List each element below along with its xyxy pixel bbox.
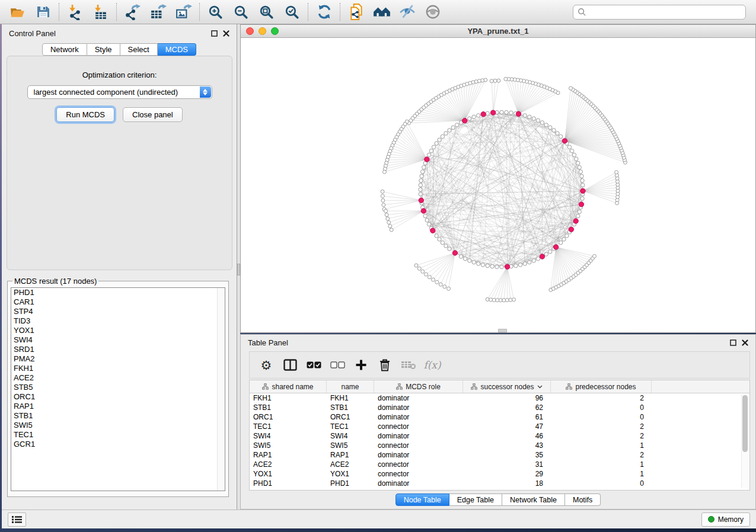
close-panel-icon[interactable] — [223, 30, 229, 37]
zoom-fit-icon — [259, 4, 275, 20]
show-task-history-button[interactable] — [8, 512, 26, 527]
table-cell: STB1 — [250, 403, 327, 412]
search-field[interactable] — [573, 5, 746, 20]
table-cell: FKH1 — [327, 393, 374, 403]
mcds-result-item[interactable]: FKH1 — [11, 364, 225, 373]
table-scrollbar[interactable] — [741, 395, 748, 488]
tab-network-table[interactable]: Network Table — [502, 493, 565, 506]
table-cell: 2 — [551, 422, 652, 431]
node-table[interactable]: shared name name MCDS role — [249, 380, 750, 491]
table-cell: STB1 — [327, 403, 374, 412]
mcds-result-item[interactable]: ACE2 — [11, 373, 225, 383]
tab-node-table[interactable]: Node Table — [395, 493, 449, 506]
table-row[interactable]: FKH1FKH1dominator962 — [250, 393, 749, 403]
tab-style[interactable]: Style — [87, 43, 120, 56]
mcds-result-item[interactable]: YOX1 — [11, 326, 225, 335]
export-table-button[interactable] — [145, 2, 171, 22]
gear-icon: ⚙ — [261, 359, 272, 371]
toggle-columns-button[interactable] — [278, 353, 302, 377]
column-header-shared-name[interactable]: shared name — [250, 380, 327, 393]
close-window-icon[interactable] — [246, 27, 254, 35]
mcds-result-item[interactable]: SWI4 — [11, 335, 225, 345]
mcds-result-item[interactable]: PMA2 — [11, 354, 225, 364]
mcds-list-scrollbar[interactable] — [217, 288, 225, 491]
network-overview-button[interactable] — [369, 2, 394, 22]
import-table-button[interactable] — [88, 2, 113, 22]
optimization-criterion-select[interactable]: largest connected component (undirected) — [27, 85, 212, 99]
table-row[interactable]: SWI5SWI5connector431 — [250, 441, 749, 450]
delete-table-button[interactable] — [397, 353, 420, 377]
refresh-button[interactable] — [311, 2, 337, 22]
tab-select[interactable]: Select — [120, 43, 158, 56]
table-row[interactable]: PHD1PHD1dominator180 — [250, 479, 749, 488]
network-canvas[interactable] — [241, 38, 755, 332]
mcds-result-item[interactable]: CAR1 — [11, 297, 225, 307]
mcds-result-item[interactable]: STB1 — [11, 411, 225, 421]
deselect-all-button[interactable] — [326, 353, 349, 377]
table-cell: ORC1 — [250, 412, 327, 422]
zoom-out-button[interactable] — [228, 2, 254, 22]
tab-mcds[interactable]: MCDS — [158, 43, 196, 56]
zoom-in-button[interactable] — [203, 2, 228, 22]
table-row[interactable]: ORC1ORC1dominator610 — [250, 412, 749, 422]
columns-icon — [283, 359, 297, 371]
close-panel-icon[interactable] — [742, 339, 748, 346]
save-session-button[interactable] — [30, 2, 56, 22]
tab-network[interactable]: Network — [42, 43, 87, 56]
tree-icon — [471, 383, 477, 390]
float-window-icon[interactable] — [211, 30, 218, 37]
open-session-button[interactable] — [5, 2, 30, 22]
mcds-result-item[interactable]: SRD1 — [11, 345, 225, 354]
minimize-window-icon[interactable] — [259, 27, 266, 35]
create-column-button[interactable] — [349, 353, 373, 377]
mcds-result-item[interactable]: STB5 — [11, 383, 225, 392]
close-panel-button[interactable]: Close panel — [123, 107, 183, 122]
table-row[interactable]: TEC1TEC1connector472 — [250, 422, 749, 431]
canvas-splitter-handle[interactable] — [498, 329, 507, 332]
hide-graphics-details-button[interactable] — [394, 2, 420, 22]
select-all-button[interactable] — [302, 353, 326, 377]
column-header-predecessor-nodes[interactable]: predecessor nodes — [551, 380, 652, 393]
table-settings-button[interactable]: ⚙ — [254, 353, 278, 377]
column-header-name[interactable]: name — [327, 380, 374, 393]
mcds-result-item[interactable]: PHD1 — [11, 288, 225, 297]
column-header-mcds-role[interactable]: MCDS role — [374, 380, 463, 393]
table-row[interactable]: RAP1RAP1dominator352 — [250, 450, 749, 460]
table-row[interactable]: YOX1YOX1connector291 — [250, 469, 749, 479]
mcds-result-item[interactable]: TID3 — [11, 316, 225, 326]
export-network-button[interactable] — [120, 2, 145, 22]
mcds-result-item[interactable]: TEC1 — [11, 430, 225, 440]
mcds-result-item[interactable]: ORC1 — [11, 392, 225, 402]
table-row[interactable]: ACE2ACE2connector311 — [250, 460, 749, 469]
table-cell: connector — [374, 469, 463, 479]
column-header-successor-nodes[interactable]: successor nodes — [463, 380, 551, 393]
search-input[interactable] — [589, 8, 741, 16]
mcds-result-item[interactable]: STP4 — [11, 307, 225, 316]
network-edges — [420, 112, 583, 267]
tree-icon — [396, 383, 403, 390]
table-body: FKH1FKH1dominator962STB1STB1dominator620… — [250, 393, 749, 488]
float-window-icon[interactable] — [730, 339, 736, 346]
tab-motifs[interactable]: Motifs — [565, 493, 601, 506]
memory-button[interactable]: Memory — [701, 512, 750, 527]
tab-edge-table[interactable]: Edge Table — [449, 493, 502, 506]
mcds-result-item[interactable]: GCR1 — [11, 440, 225, 449]
mcds-result-item[interactable]: SWI5 — [11, 421, 225, 430]
table-cell: FKH1 — [250, 393, 327, 403]
delete-column-button[interactable] — [373, 353, 397, 377]
maximize-window-icon[interactable] — [271, 27, 279, 35]
mcds-result-item[interactable]: RAP1 — [11, 402, 225, 411]
table-row[interactable]: STB1STB1dominator620 — [250, 403, 749, 412]
export-image-button[interactable] — [171, 2, 196, 22]
table-scrollbar-thumb[interactable] — [742, 395, 748, 452]
import-network-button[interactable] — [62, 2, 88, 22]
show-graphics-details-button[interactable] — [420, 2, 445, 22]
table-cell: SWI4 — [250, 431, 327, 441]
run-mcds-button[interactable]: Run MCDS — [56, 107, 114, 122]
new-network-from-selection-button[interactable] — [343, 2, 369, 22]
table-row[interactable]: SWI4SWI4dominator462 — [250, 431, 749, 441]
zoom-selected-button[interactable] — [279, 2, 305, 22]
function-builder-button[interactable]: f(x) — [420, 353, 444, 377]
zoom-fit-button[interactable] — [254, 2, 279, 22]
network-window-titlebar[interactable]: YPA_prune.txt_1 — [241, 25, 755, 38]
